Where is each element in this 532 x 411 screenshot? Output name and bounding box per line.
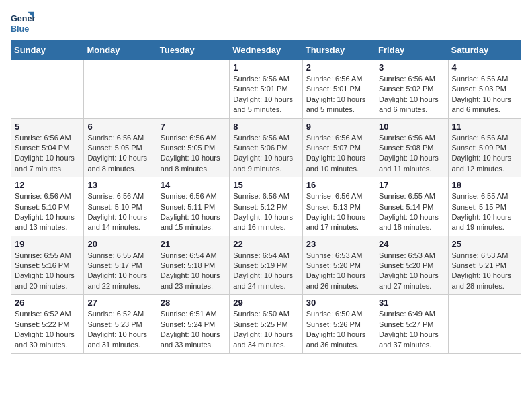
- week-row-0: 1Sunrise: 6:56 AM Sunset: 5:01 PM Daylig…: [11, 60, 521, 119]
- day-number: 28: [161, 298, 226, 308]
- calendar-cell: 29Sunrise: 6:50 AM Sunset: 5:25 PM Dayli…: [230, 295, 302, 354]
- day-info: Sunrise: 6:56 AM Sunset: 5:02 PM Dayligh…: [379, 74, 444, 116]
- calendar-cell: 27Sunrise: 6:52 AM Sunset: 5:23 PM Dayli…: [84, 295, 157, 354]
- calendar-cell: 8Sunrise: 6:56 AM Sunset: 5:06 PM Daylig…: [230, 118, 302, 177]
- day-number: 29: [233, 298, 298, 308]
- day-number: 14: [161, 180, 226, 190]
- day-info: Sunrise: 6:53 AM Sunset: 5:21 PM Dayligh…: [452, 250, 517, 292]
- week-row-4: 26Sunrise: 6:52 AM Sunset: 5:22 PM Dayli…: [11, 295, 521, 354]
- day-header-tuesday: Tuesday: [157, 41, 229, 60]
- calendar-cell: 30Sunrise: 6:50 AM Sunset: 5:26 PM Dayli…: [302, 295, 375, 354]
- week-row-2: 12Sunrise: 6:56 AM Sunset: 5:10 PM Dayli…: [11, 177, 521, 236]
- day-info: Sunrise: 6:56 AM Sunset: 5:05 PM Dayligh…: [87, 133, 152, 175]
- calendar-cell: [11, 60, 84, 119]
- day-number: 25: [452, 239, 517, 249]
- day-number: 12: [15, 180, 80, 190]
- day-info: Sunrise: 6:49 AM Sunset: 5:27 PM Dayligh…: [379, 309, 444, 351]
- day-info: Sunrise: 6:56 AM Sunset: 5:04 PM Dayligh…: [15, 133, 80, 175]
- calendar-cell: [448, 295, 521, 354]
- calendar-cell: 13Sunrise: 6:56 AM Sunset: 5:10 PM Dayli…: [84, 177, 157, 236]
- day-header-saturday: Saturday: [448, 41, 521, 60]
- day-number: 11: [452, 122, 517, 132]
- day-info: Sunrise: 6:56 AM Sunset: 5:01 PM Dayligh…: [233, 74, 298, 116]
- day-info: Sunrise: 6:52 AM Sunset: 5:22 PM Dayligh…: [15, 309, 80, 351]
- day-info: Sunrise: 6:56 AM Sunset: 5:06 PM Dayligh…: [233, 133, 298, 175]
- calendar-cell: [157, 60, 229, 119]
- day-header-thursday: Thursday: [302, 41, 375, 60]
- day-number: 5: [15, 122, 80, 132]
- day-number: 3: [379, 62, 444, 73]
- day-number: 26: [15, 298, 80, 308]
- calendar-cell: 5Sunrise: 6:56 AM Sunset: 5:04 PM Daylig…: [11, 118, 84, 177]
- day-info: Sunrise: 6:56 AM Sunset: 5:10 PM Dayligh…: [87, 191, 152, 233]
- day-info: Sunrise: 6:56 AM Sunset: 5:01 PM Dayligh…: [306, 74, 371, 116]
- calendar-cell: 21Sunrise: 6:54 AM Sunset: 5:18 PM Dayli…: [157, 236, 229, 295]
- calendar-cell: 3Sunrise: 6:56 AM Sunset: 5:02 PM Daylig…: [375, 60, 448, 119]
- calendar-cell: 10Sunrise: 6:56 AM Sunset: 5:08 PM Dayli…: [375, 118, 448, 177]
- day-info: Sunrise: 6:56 AM Sunset: 5:11 PM Dayligh…: [161, 191, 226, 233]
- day-number: 31: [379, 298, 444, 308]
- day-info: Sunrise: 6:55 AM Sunset: 5:17 PM Dayligh…: [87, 250, 152, 292]
- day-number: 1: [233, 62, 298, 73]
- calendar-cell: 22Sunrise: 6:54 AM Sunset: 5:19 PM Dayli…: [230, 236, 302, 295]
- day-info: Sunrise: 6:50 AM Sunset: 5:26 PM Dayligh…: [306, 309, 371, 351]
- day-info: Sunrise: 6:54 AM Sunset: 5:19 PM Dayligh…: [233, 250, 298, 292]
- day-number: 9: [306, 122, 371, 132]
- calendar-cell: 4Sunrise: 6:56 AM Sunset: 5:03 PM Daylig…: [448, 60, 521, 119]
- day-info: Sunrise: 6:53 AM Sunset: 5:20 PM Dayligh…: [306, 250, 371, 292]
- calendar-cell: 18Sunrise: 6:55 AM Sunset: 5:15 PM Dayli…: [448, 177, 521, 236]
- day-info: Sunrise: 6:56 AM Sunset: 5:10 PM Dayligh…: [15, 191, 80, 233]
- calendar-cell: 2Sunrise: 6:56 AM Sunset: 5:01 PM Daylig…: [302, 60, 375, 119]
- day-number: 6: [87, 122, 152, 132]
- day-header-monday: Monday: [84, 41, 157, 60]
- day-number: 30: [306, 298, 371, 308]
- day-number: 23: [306, 239, 371, 249]
- calendar-cell: 16Sunrise: 6:56 AM Sunset: 5:13 PM Dayli…: [302, 177, 375, 236]
- day-number: 21: [161, 239, 226, 249]
- page-header: GeneralBlue: [11, 11, 521, 35]
- day-info: Sunrise: 6:56 AM Sunset: 5:08 PM Dayligh…: [379, 133, 444, 175]
- day-info: Sunrise: 6:56 AM Sunset: 5:05 PM Dayligh…: [161, 133, 226, 175]
- calendar-cell: 1Sunrise: 6:56 AM Sunset: 5:01 PM Daylig…: [230, 60, 302, 119]
- day-info: Sunrise: 6:55 AM Sunset: 5:14 PM Dayligh…: [379, 191, 444, 233]
- day-header-wednesday: Wednesday: [230, 41, 302, 60]
- day-number: 20: [87, 239, 152, 249]
- days-header-row: SundayMondayTuesdayWednesdayThursdayFrid…: [11, 41, 521, 60]
- day-number: 4: [452, 62, 517, 73]
- day-header-sunday: Sunday: [11, 41, 84, 60]
- calendar-cell: 17Sunrise: 6:55 AM Sunset: 5:14 PM Dayli…: [375, 177, 448, 236]
- svg-text:Blue: Blue: [11, 24, 29, 34]
- day-info: Sunrise: 6:56 AM Sunset: 5:13 PM Dayligh…: [306, 191, 371, 233]
- logo-icon: GeneralBlue: [11, 11, 35, 35]
- day-info: Sunrise: 6:52 AM Sunset: 5:23 PM Dayligh…: [87, 309, 152, 351]
- day-info: Sunrise: 6:56 AM Sunset: 5:07 PM Dayligh…: [306, 133, 371, 175]
- day-number: 18: [452, 180, 517, 190]
- logo: GeneralBlue: [11, 11, 38, 35]
- day-info: Sunrise: 6:53 AM Sunset: 5:20 PM Dayligh…: [379, 250, 444, 292]
- calendar-cell: 20Sunrise: 6:55 AM Sunset: 5:17 PM Dayli…: [84, 236, 157, 295]
- day-info: Sunrise: 6:50 AM Sunset: 5:25 PM Dayligh…: [233, 309, 298, 351]
- svg-text:General: General: [11, 14, 35, 24]
- day-number: 19: [15, 239, 80, 249]
- day-number: 27: [87, 298, 152, 308]
- day-info: Sunrise: 6:56 AM Sunset: 5:12 PM Dayligh…: [233, 191, 298, 233]
- calendar-table: SundayMondayTuesdayWednesdayThursdayFrid…: [11, 40, 521, 354]
- calendar-cell: 31Sunrise: 6:49 AM Sunset: 5:27 PM Dayli…: [375, 295, 448, 354]
- calendar-cell: 12Sunrise: 6:56 AM Sunset: 5:10 PM Dayli…: [11, 177, 84, 236]
- day-header-friday: Friday: [375, 41, 448, 60]
- day-number: 24: [379, 239, 444, 249]
- week-row-1: 5Sunrise: 6:56 AM Sunset: 5:04 PM Daylig…: [11, 118, 521, 177]
- day-number: 17: [379, 180, 444, 190]
- calendar-cell: 9Sunrise: 6:56 AM Sunset: 5:07 PM Daylig…: [302, 118, 375, 177]
- calendar-cell: 14Sunrise: 6:56 AM Sunset: 5:11 PM Dayli…: [157, 177, 229, 236]
- day-number: 2: [306, 62, 371, 73]
- day-info: Sunrise: 6:55 AM Sunset: 5:15 PM Dayligh…: [452, 191, 517, 233]
- calendar-cell: 19Sunrise: 6:55 AM Sunset: 5:16 PM Dayli…: [11, 236, 84, 295]
- day-number: 7: [161, 122, 226, 132]
- day-number: 8: [233, 122, 298, 132]
- day-number: 10: [379, 122, 444, 132]
- day-info: Sunrise: 6:56 AM Sunset: 5:03 PM Dayligh…: [452, 74, 517, 116]
- calendar-cell: 25Sunrise: 6:53 AM Sunset: 5:21 PM Dayli…: [448, 236, 521, 295]
- day-info: Sunrise: 6:51 AM Sunset: 5:24 PM Dayligh…: [161, 309, 226, 351]
- calendar-cell: 28Sunrise: 6:51 AM Sunset: 5:24 PM Dayli…: [157, 295, 229, 354]
